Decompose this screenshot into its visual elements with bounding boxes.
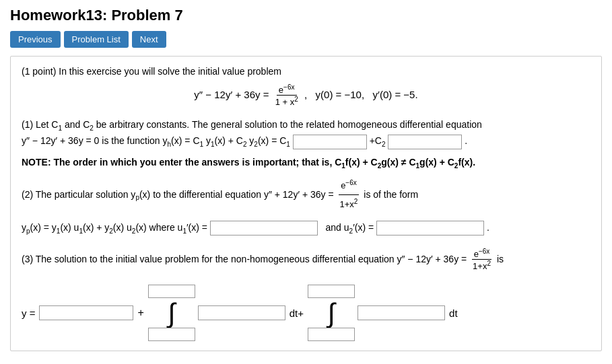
next-button[interactable]: Next [132,31,166,48]
integral1-symbol: ∫ [168,299,175,326]
part2-text: (2) The particular solution yp(x) to the… [22,176,590,214]
y-equals-label: y = [22,307,35,319]
navigation-buttons: Previous Problem List Next [10,31,602,48]
frac2-den: 1+x2 [338,195,360,213]
plus-sign1: + [137,307,143,319]
part1-text: (1) Let C1 and C2 be arbitrary constants… [22,117,590,151]
integral2-symbol: ∫ [328,299,335,326]
equation-lhs: y″ − 12y′ + 36y = [194,89,271,100]
fraction-part3: e−6x 1+x2 [471,248,493,272]
note-text: NOTE: The order in which you enter the a… [22,157,590,170]
equation-rhs: , y(0) = −10, y′(0) = −5. [304,89,418,100]
y-input1[interactable] [39,305,133,320]
integral1-upper[interactable] [148,285,195,298]
fraction-part2: e−6x 1+x2 [338,176,360,214]
dt-label1: dt+ [290,307,304,319]
integral1-wrapper: ∫ [148,285,285,341]
part1-input1[interactable] [293,135,367,149]
main-equation: y″ − 12y′ + 36y = e−6x 1 + x2 , y(0) = −… [22,83,590,108]
fraction-denominator: 1 + x2 [273,96,300,107]
part2-input2[interactable] [376,221,484,235]
integral2-upper[interactable] [308,285,355,298]
part2-input1[interactable] [210,221,318,235]
frac2-num: e−6x [339,176,359,195]
y-equals-row: y = + ∫ dt+ ∫ dt [22,285,590,341]
part1-input2[interactable] [388,135,462,149]
fraction-numerator: e−6x [277,83,297,96]
integral2-integrand[interactable] [358,305,445,320]
frac3-den: 1+x2 [471,260,493,271]
problem-container: (1 point) In this exercise you will solv… [10,56,602,351]
part3-text: (3) The solution to the initial value pr… [22,248,590,272]
integral2-lower[interactable] [308,328,355,341]
dt-label2: dt [449,307,458,319]
problem-list-button[interactable]: Problem List [64,31,129,48]
points-label: (1 point) [22,66,56,77]
integral1-integrand[interactable] [198,305,285,320]
fraction-main: e−6x 1 + x2 [273,83,300,108]
part2-line2: yp(x) = y1(x) u1(x) + y2(x) u2(x) where … [22,218,590,238]
integral2-wrapper: ∫ [308,285,445,341]
previous-button[interactable]: Previous [10,31,61,48]
integral1-lower[interactable] [148,328,195,341]
intro-text: In this exercise you will solve the init… [59,66,281,77]
frac3-num: e−6x [472,248,492,260]
problem-intro: (1 point) In this exercise you will solv… [22,66,590,77]
page-title: Homework13: Problem 7 [10,7,602,24]
